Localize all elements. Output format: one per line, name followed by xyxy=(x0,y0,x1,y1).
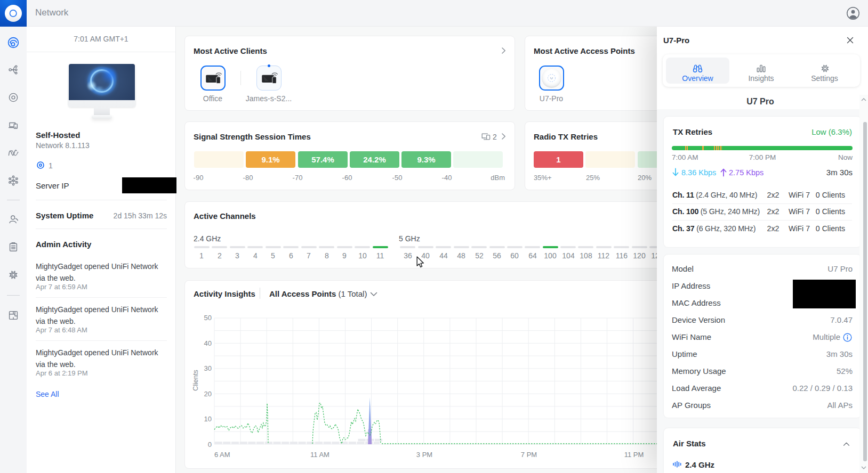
svg-text:11 AM: 11 AM xyxy=(310,451,329,459)
svg-text:7 PM: 7 PM xyxy=(521,451,537,459)
svg-text:10: 10 xyxy=(204,415,212,423)
svg-text:20: 20 xyxy=(204,390,212,398)
svg-text:50: 50 xyxy=(204,314,212,322)
svg-text:0: 0 xyxy=(208,441,212,448)
svg-text:Clients: Clients xyxy=(191,370,199,391)
svg-text:40: 40 xyxy=(204,339,212,347)
svg-text:6 AM: 6 AM xyxy=(214,451,230,459)
svg-text:11 PM: 11 PM xyxy=(624,451,644,459)
svg-text:30: 30 xyxy=(204,364,212,372)
svg-text:3 PM: 3 PM xyxy=(416,451,432,459)
